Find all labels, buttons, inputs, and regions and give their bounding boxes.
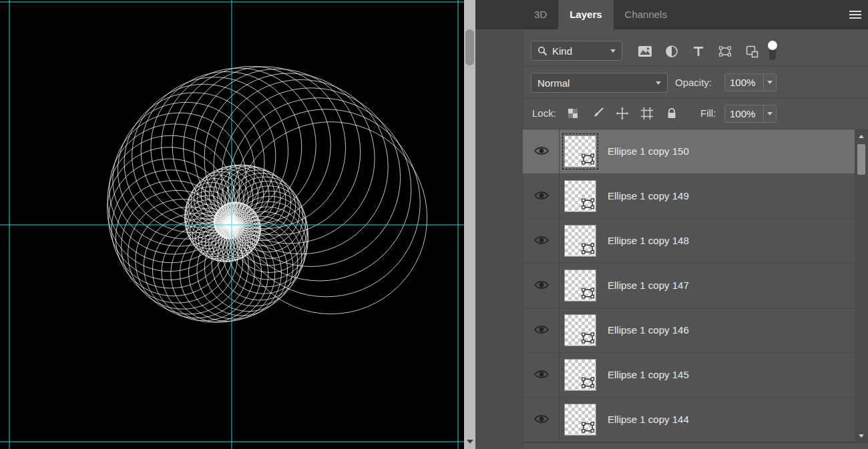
chevron-down-icon — [859, 434, 864, 438]
canvas-scrollbar-thumb[interactable] — [465, 29, 474, 65]
chevron-up-icon — [859, 135, 864, 138]
eye-icon — [533, 324, 550, 335]
shape-layer-badge-icon — [580, 375, 596, 390]
lock-image-pixels-button[interactable] — [588, 105, 608, 122]
layer-name[interactable]: Ellipse 1 copy 146 — [608, 308, 689, 352]
filter-smart-objects-button[interactable] — [740, 42, 763, 61]
document-canvas[interactable] — [0, 0, 464, 449]
filter-adjustment-layers-button[interactable] — [660, 42, 683, 61]
layer-row[interactable]: Ellipse 1 copy 150 — [523, 129, 855, 174]
layer-name[interactable]: Ellipse 1 copy 144 — [608, 398, 689, 442]
shape-layer-badge-icon — [580, 286, 596, 301]
fill-value: 100% — [725, 108, 763, 119]
photoshop-workspace: 3D Layers Channels Kind — [0, 0, 868, 449]
opacity-value: 100% — [725, 77, 763, 88]
blend-mode-value: Normal — [537, 77, 570, 89]
lock-artboard-button[interactable] — [637, 105, 657, 122]
filter-shape-layers-button[interactable] — [714, 42, 736, 61]
layer-row[interactable]: Ellipse 1 copy 145 — [523, 353, 855, 398]
layer-thumbnail[interactable] — [564, 135, 596, 167]
layer-visibility-eye-icon[interactable] — [533, 235, 550, 247]
ellipse-spiral — [107, 66, 427, 322]
layer-name[interactable]: Ellipse 1 copy 148 — [608, 219, 689, 263]
layers-scrollbar-down-arrow[interactable] — [855, 432, 868, 440]
layer-visibility-eye-icon[interactable] — [533, 414, 550, 426]
layer-row[interactable]: Ellipse 1 copy 148 — [523, 219, 855, 264]
shape-layer-badge-icon — [580, 196, 596, 211]
layer-thumbnail[interactable] — [564, 359, 596, 391]
layers-scrollbar-thumb[interactable] — [857, 144, 865, 175]
layers-panel: 3D Layers Channels Kind — [523, 0, 868, 449]
layer-name[interactable]: Ellipse 1 copy 149 — [608, 174, 689, 218]
layer-list-container: Ellipse 1 copy 150 Ellipse 1 copy 149 — [523, 129, 868, 442]
layer-visibility-eye-icon[interactable] — [533, 369, 550, 381]
lock-label: Lock: — [532, 103, 556, 123]
opacity-input[interactable]: 100% — [724, 73, 777, 91]
panel-menu-icon[interactable] — [849, 11, 861, 21]
layer-name[interactable]: Ellipse 1 copy 147 — [608, 264, 689, 308]
filter-type-layers-button[interactable] — [687, 42, 710, 61]
tab-3d[interactable]: 3D — [523, 0, 558, 29]
layer-thumbnail[interactable] — [564, 404, 596, 436]
chevron-down-icon — [467, 440, 473, 444]
chevron-down-icon — [767, 81, 773, 84]
layer-visibility-eye-icon[interactable] — [533, 190, 550, 202]
lock-position-button[interactable] — [612, 105, 632, 122]
layer-name[interactable]: Ellipse 1 copy 145 — [608, 353, 689, 397]
shape-layer-badge-icon — [580, 151, 596, 167]
layer-thumbnail[interactable] — [564, 270, 596, 302]
eye-icon — [533, 414, 550, 424]
shape-layer-badge-icon — [580, 241, 596, 256]
shape-path-icon — [718, 44, 732, 59]
brush-icon — [592, 107, 604, 119]
panel-tab-bar: 3D Layers Channels — [523, 0, 868, 29]
blend-row: Normal Opacity: 100% — [523, 65, 868, 98]
eye-icon — [533, 235, 550, 246]
tab-channels[interactable]: Channels — [614, 0, 678, 29]
layers-scrollbar[interactable] — [855, 129, 868, 442]
fill-input[interactable]: 100% — [724, 105, 777, 123]
blend-mode-dropdown[interactable]: Normal — [531, 73, 668, 93]
artboard-frame-icon — [640, 107, 654, 120]
layer-visibility-eye-icon[interactable] — [533, 280, 550, 292]
layer-row[interactable]: Ellipse 1 copy 149 — [523, 174, 855, 219]
chevron-down-icon — [767, 112, 773, 115]
canvas-vertical-scrollbar[interactable] — [464, 0, 475, 449]
filter-pixel-layers-button[interactable] — [634, 42, 656, 61]
shape-layer-badge-icon — [580, 420, 596, 435]
filter-kind-dropdown[interactable]: Kind — [531, 41, 622, 61]
layer-list: Ellipse 1 copy 150 Ellipse 1 copy 149 — [523, 129, 855, 442]
canvas-scrollbar-down-arrow[interactable] — [464, 437, 475, 446]
panel-divider — [523, 442, 868, 443]
opacity-label: Opacity: — [675, 73, 712, 93]
layer-row[interactable]: Ellipse 1 copy 147 — [523, 264, 855, 308]
layers-scrollbar-up-arrow[interactable] — [855, 132, 868, 140]
chevron-down-icon — [656, 81, 661, 85]
toggle-knob-icon — [768, 41, 777, 50]
layer-row[interactable]: Ellipse 1 copy 146 — [523, 308, 855, 353]
layer-filtering-toggle[interactable] — [767, 39, 778, 62]
image-icon — [638, 45, 652, 58]
tab-layers[interactable]: Layers — [558, 0, 613, 29]
shape-layer-badge-icon — [580, 330, 596, 346]
smart-object-icon — [745, 45, 759, 59]
search-icon — [537, 46, 548, 56]
lock-transparent-pixels-button[interactable] — [563, 105, 583, 122]
chevron-down-icon — [610, 49, 616, 53]
lock-all-button[interactable] — [662, 105, 682, 122]
layer-name[interactable]: Ellipse 1 copy 150 — [608, 129, 689, 173]
layer-row[interactable]: Ellipse 1 copy 144 — [523, 398, 855, 442]
layer-thumbnail[interactable] — [564, 314, 596, 346]
filter-row: Kind — [523, 37, 868, 65]
kind-value: Kind — [552, 45, 572, 57]
layer-thumbnail[interactable] — [564, 225, 596, 257]
panel-dock-spacer — [475, 0, 523, 449]
layer-visibility-eye-icon[interactable] — [533, 145, 550, 157]
layer-thumbnail[interactable] — [564, 180, 596, 212]
eye-icon — [533, 190, 550, 201]
checkerboard-icon — [568, 108, 578, 119]
canvas-guides — [0, 0, 464, 449]
half-circle-adjustment-icon — [665, 45, 678, 58]
padlock-icon — [666, 107, 678, 119]
layer-visibility-eye-icon[interactable] — [533, 324, 550, 336]
